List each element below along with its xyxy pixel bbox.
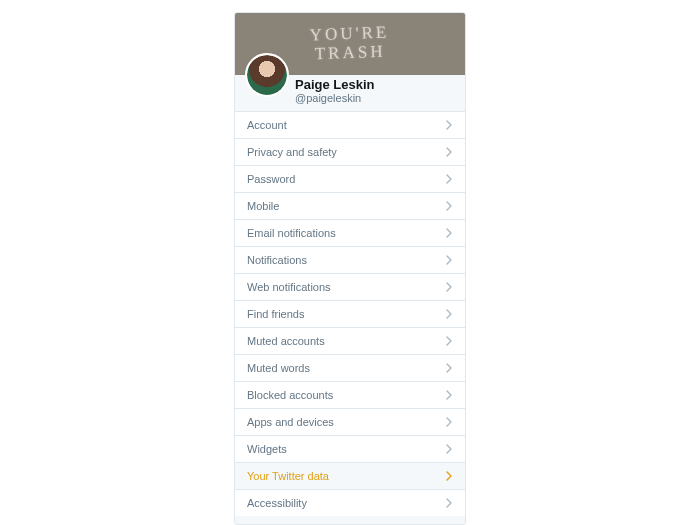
menu-item-label: Muted words — [247, 362, 310, 374]
chevron-right-icon — [445, 201, 453, 211]
chevron-right-icon — [445, 309, 453, 319]
banner-text: YOU'RE TRASH — [310, 24, 391, 64]
menu-item-accessibility[interactable]: Accessibility — [235, 490, 465, 516]
menu-item-email-notifications[interactable]: Email notifications — [235, 220, 465, 247]
chevron-right-icon — [445, 255, 453, 265]
menu-item-label: Account — [247, 119, 287, 131]
menu-item-notifications[interactable]: Notifications — [235, 247, 465, 274]
menu-item-label: Privacy and safety — [247, 146, 337, 158]
menu-item-find-friends[interactable]: Find friends — [235, 301, 465, 328]
profile-name-block: Paige Leskin @paigeleskin — [295, 77, 374, 104]
chevron-right-icon — [445, 228, 453, 238]
profile-header: YOU'RE TRASH Paige Leskin @paigeleskin — [235, 13, 465, 111]
chevron-right-icon — [445, 120, 453, 130]
menu-item-password[interactable]: Password — [235, 166, 465, 193]
menu-item-label: Find friends — [247, 308, 304, 320]
menu-item-label: Widgets — [247, 443, 287, 455]
handle: @paigeleskin — [295, 92, 374, 104]
chevron-right-icon — [445, 417, 453, 427]
chevron-right-icon — [445, 471, 453, 481]
menu-item-label: Web notifications — [247, 281, 331, 293]
menu-item-label: Blocked accounts — [247, 389, 333, 401]
menu-item-account[interactable]: Account — [235, 112, 465, 139]
menu-item-mobile[interactable]: Mobile — [235, 193, 465, 220]
settings-menu: AccountPrivacy and safetyPasswordMobileE… — [235, 111, 465, 516]
chevron-right-icon — [445, 282, 453, 292]
settings-panel: YOU'RE TRASH Paige Leskin @paigeleskin A… — [234, 12, 466, 525]
menu-item-web-notifications[interactable]: Web notifications — [235, 274, 465, 301]
chevron-right-icon — [445, 444, 453, 454]
menu-item-apps-and-devices[interactable]: Apps and devices — [235, 409, 465, 436]
menu-item-label: Accessibility — [247, 497, 307, 509]
avatar-image — [247, 55, 287, 95]
menu-item-label: Notifications — [247, 254, 307, 266]
menu-item-muted-accounts[interactable]: Muted accounts — [235, 328, 465, 355]
chevron-right-icon — [445, 390, 453, 400]
menu-item-privacy-and-safety[interactable]: Privacy and safety — [235, 139, 465, 166]
chevron-right-icon — [445, 336, 453, 346]
menu-item-muted-words[interactable]: Muted words — [235, 355, 465, 382]
chevron-right-icon — [445, 363, 453, 373]
menu-item-label: Apps and devices — [247, 416, 334, 428]
menu-item-label: Mobile — [247, 200, 279, 212]
menu-item-label: Muted accounts — [247, 335, 325, 347]
display-name: Paige Leskin — [295, 77, 374, 92]
chevron-right-icon — [445, 147, 453, 157]
menu-item-your-twitter-data[interactable]: Your Twitter data — [235, 463, 465, 490]
menu-item-blocked-accounts[interactable]: Blocked accounts — [235, 382, 465, 409]
menu-item-label: Your Twitter data — [247, 470, 329, 482]
menu-item-widgets[interactable]: Widgets — [235, 436, 465, 463]
chevron-right-icon — [445, 498, 453, 508]
avatar[interactable] — [245, 53, 289, 97]
chevron-right-icon — [445, 174, 453, 184]
menu-item-label: Email notifications — [247, 227, 336, 239]
menu-item-label: Password — [247, 173, 295, 185]
